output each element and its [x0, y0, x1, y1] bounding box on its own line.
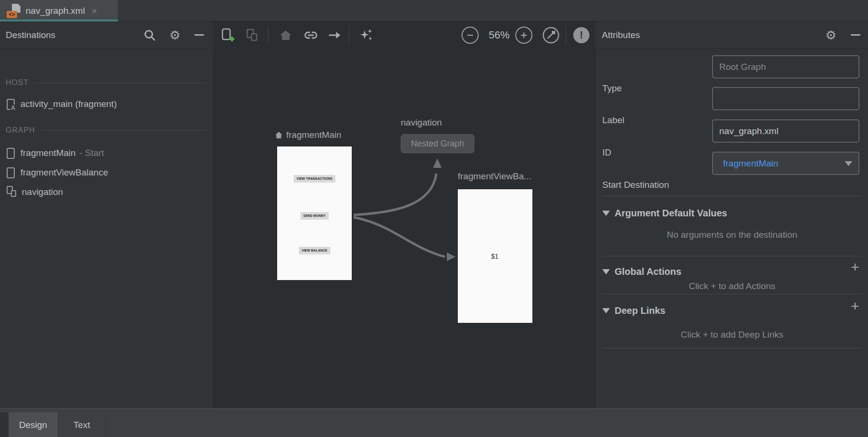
fragment-main-label[interactable]: fragmentMain — [275, 130, 341, 140]
fragment-view-balance-preview[interactable]: $1 — [458, 189, 532, 323]
zoom-out-button[interactable]: − — [462, 21, 479, 49]
deep-links-section[interactable]: Deep Links — [602, 305, 665, 316]
add-global-action-button[interactable]: + — [851, 260, 859, 274]
tab-text[interactable]: Text — [58, 412, 106, 437]
nested-graph-icon — [7, 186, 19, 198]
toolbar-separator — [349, 26, 349, 44]
balance-text: $1 — [491, 252, 499, 260]
start-destination-home-icon — [275, 131, 283, 139]
attributes-panel: Type Root Graph Label ID nav_graph.xml S… — [595, 21, 868, 408]
hide-panel-icon[interactable] — [191, 27, 207, 43]
add-actions-hint: Click + to add Actions — [596, 281, 868, 291]
argument-default-values-section[interactable]: Argument Default Values — [602, 208, 727, 219]
send-money-button: SEND MONEY — [300, 212, 328, 219]
home-icon[interactable] — [278, 21, 294, 49]
destination-item-activity-main[interactable]: activity_main (fragment) — [7, 97, 117, 112]
auto-arrange-sparkles-icon[interactable] — [358, 21, 375, 49]
action-arrow-icon[interactable] — [327, 21, 343, 49]
zoom-level: 56% — [482, 21, 516, 49]
fragment-icon — [7, 148, 15, 159]
new-nested-graph-icon[interactable] — [244, 21, 260, 49]
fragment-icon — [7, 167, 15, 178]
type-field: Root Graph — [712, 55, 859, 78]
hide-panel-icon[interactable] — [848, 27, 864, 43]
view-balance-button: VIEW BALANCE — [299, 247, 330, 254]
view-transactions-button: VIEW TRANSACTIONS — [294, 175, 335, 182]
start-destination-field-label: Start Destination — [602, 180, 669, 190]
destination-item-fragment-view-balance[interactable]: fragmentViewBalance — [7, 165, 108, 180]
error-indicator-icon[interactable]: ! — [573, 21, 589, 49]
collapse-triangle-icon — [602, 269, 610, 274]
collapse-triangle-icon — [602, 308, 610, 313]
toolbar-separator — [566, 26, 566, 44]
fragment-view-balance-label[interactable]: fragmentViewBa... — [458, 171, 531, 182]
graph-section-header: GRAPH — [6, 126, 205, 135]
no-arguments-hint: No arguments on the destination — [596, 230, 868, 240]
destinations-panel: HOST activity_main (fragment) GRAPH frag… — [0, 21, 213, 408]
destinations-title: Destinations — [6, 30, 56, 40]
add-deep-links-hint: Click + to add Deep Links — [596, 330, 868, 340]
add-destination-icon[interactable] — [220, 21, 236, 49]
activity-icon — [7, 99, 15, 110]
host-section-header: HOST — [6, 78, 205, 87]
canvas-toolbar: − 56% + ! — [214, 21, 595, 49]
destinations-panel-header: Destinations ⚙ — [0, 21, 213, 49]
fragment-main-preview[interactable]: VIEW TRANSACTIONS SEND MONEY VIEW BALANC… — [277, 146, 352, 280]
destination-item-navigation[interactable]: navigation — [7, 185, 63, 200]
editor-tab-strip: <> nav_graph.xml × — [0, 0, 868, 21]
zoom-in-button[interactable]: + — [515, 21, 532, 49]
collapse-triangle-icon — [602, 211, 610, 216]
start-destination-dropdown[interactable]: fragmentMain — [712, 152, 859, 175]
search-icon[interactable] — [142, 27, 158, 43]
gear-icon[interactable]: ⚙ — [823, 27, 839, 43]
action-arrows — [214, 49, 595, 408]
tab-close-icon[interactable]: × — [92, 6, 97, 16]
editor-mode-bar: Design Text — [0, 408, 868, 437]
id-field[interactable]: nav_graph.xml — [712, 119, 859, 143]
type-field-label: Type — [602, 83, 622, 94]
navigation-node-label[interactable]: navigation — [401, 117, 442, 128]
tab-title: nav_graph.xml — [26, 6, 85, 16]
label-field[interactable] — [712, 87, 859, 110]
toolbar-separator — [268, 26, 269, 44]
zoom-to-fit-button[interactable] — [541, 21, 560, 49]
global-actions-section[interactable]: Global Actions — [602, 266, 681, 277]
tab-nav-graph-xml[interactable]: <> nav_graph.xml × — [0, 0, 118, 21]
link-icon[interactable] — [303, 21, 319, 49]
design-surface[interactable]: − 56% + ! fragmentMain VIEW T — [214, 21, 595, 408]
navigation-editor-window: <> nav_graph.xml × HOST activity_main (f… — [0, 0, 868, 437]
add-deep-link-button[interactable]: + — [851, 299, 859, 313]
xml-file-icon: <> — [7, 4, 21, 18]
attributes-panel-header: Attributes ⚙ — [595, 21, 868, 49]
id-field-label: ID — [602, 147, 611, 158]
label-field-label: Label — [602, 115, 625, 126]
attributes-title: Attributes — [602, 30, 640, 40]
destination-item-fragment-main[interactable]: fragmentMain - Start — [7, 146, 104, 161]
chevron-down-icon — [845, 161, 852, 166]
gear-icon[interactable]: ⚙ — [167, 27, 183, 43]
nested-graph-node[interactable]: Nested Graph — [401, 134, 474, 153]
tab-design[interactable]: Design — [9, 412, 58, 437]
start-suffix: - Start — [79, 148, 104, 158]
